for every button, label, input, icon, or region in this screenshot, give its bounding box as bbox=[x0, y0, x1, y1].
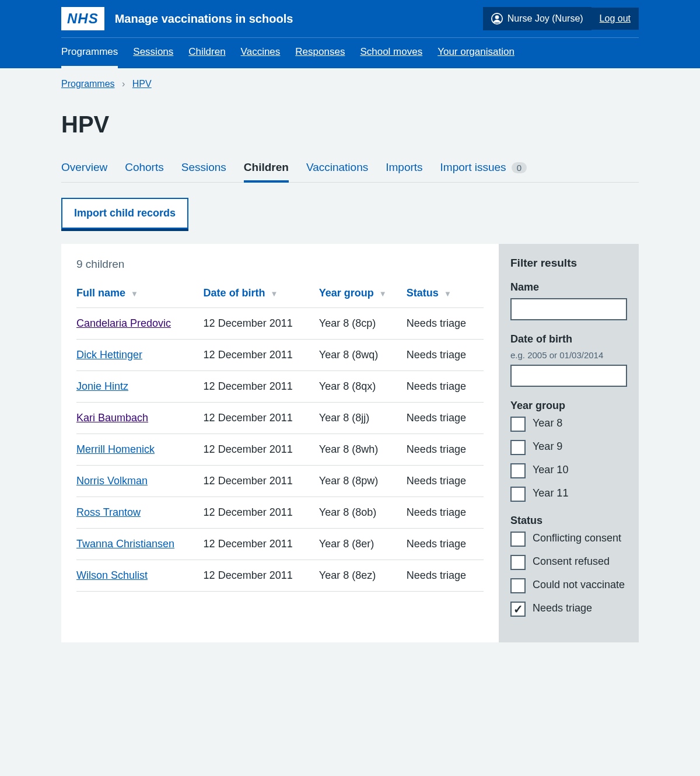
filter-name-input[interactable] bbox=[510, 298, 627, 320]
logout[interactable]: Log out bbox=[592, 8, 639, 30]
nav-item-your-organisation[interactable]: Your organisation bbox=[438, 38, 514, 68]
cell-dob: 12 December 2011 bbox=[204, 371, 319, 403]
cell-year: Year 8 (8ob) bbox=[319, 497, 407, 529]
nav-link[interactable]: Your organisation bbox=[438, 46, 514, 57]
status-checkbox[interactable] bbox=[510, 555, 526, 570]
tab-cohorts[interactable]: Cohorts bbox=[125, 155, 164, 182]
child-link[interactable]: Jonie Hintz bbox=[76, 380, 128, 392]
child-link[interactable]: Candelaria Predovic bbox=[76, 317, 171, 329]
year-group-label: Year 9 bbox=[533, 440, 562, 453]
nav-link[interactable]: Vaccines bbox=[241, 46, 281, 57]
table-row: Merrill Homenick12 December 2011Year 8 (… bbox=[76, 434, 484, 466]
nav-link[interactable]: Children bbox=[188, 46, 225, 57]
user-icon bbox=[491, 13, 503, 25]
child-link[interactable]: Wilson Schulist bbox=[76, 569, 148, 581]
year-group-checkbox[interactable] bbox=[510, 463, 526, 478]
status-checkbox[interactable] bbox=[510, 532, 526, 547]
page-title: HPV bbox=[61, 111, 639, 138]
tab-imports[interactable]: Imports bbox=[386, 155, 422, 182]
filter-title: Filter results bbox=[510, 257, 627, 270]
nav-item-school-moves[interactable]: School moves bbox=[360, 38, 422, 68]
child-link[interactable]: Ross Trantow bbox=[76, 506, 141, 518]
tab-sessions[interactable]: Sessions bbox=[181, 155, 226, 182]
cell-dob: 12 December 2011 bbox=[204, 403, 319, 434]
cell-status: Needs triage bbox=[407, 529, 484, 560]
nav-link[interactable]: School moves bbox=[360, 46, 422, 57]
tab-vaccinations[interactable]: Vaccinations bbox=[306, 155, 368, 182]
tab-overview[interactable]: Overview bbox=[61, 155, 107, 182]
cell-year: Year 8 (8pw) bbox=[319, 466, 407, 497]
filter-dob-input[interactable] bbox=[510, 365, 627, 387]
cell-status: Needs triage bbox=[407, 434, 484, 466]
cell-status: Needs triage bbox=[407, 497, 484, 529]
nhs-logo[interactable]: NHS bbox=[61, 7, 104, 30]
cell-year: Year 8 (8ez) bbox=[319, 560, 407, 592]
column-year-group[interactable]: Year group ▼ bbox=[319, 281, 407, 308]
status-label: Could not vaccinate bbox=[533, 578, 625, 591]
status-checkbox[interactable] bbox=[510, 602, 526, 617]
children-table: Full name ▼Date of birth ▼Year group ▼St… bbox=[76, 281, 484, 592]
filter-year-group-label: Year group bbox=[510, 400, 627, 412]
cell-dob: 12 December 2011 bbox=[204, 497, 319, 529]
nav-link[interactable]: Programmes bbox=[61, 46, 118, 57]
table-row: Candelaria Predovic12 December 2011Year … bbox=[76, 308, 484, 340]
child-link[interactable]: Dick Hettinger bbox=[76, 349, 142, 361]
nav-item-responses[interactable]: Responses bbox=[295, 38, 345, 68]
nav-link[interactable]: Sessions bbox=[133, 46, 173, 57]
tab-children[interactable]: Children bbox=[244, 155, 289, 183]
column-date-of-birth[interactable]: Date of birth ▼ bbox=[204, 281, 319, 308]
year-group-checkbox[interactable] bbox=[510, 487, 526, 502]
status-label: Consent refused bbox=[533, 555, 610, 568]
results-panel: 9 children Full name ▼Date of birth ▼Yea… bbox=[61, 244, 499, 642]
status-option[interactable]: Needs triage bbox=[510, 602, 627, 617]
year-group-option[interactable]: Year 10 bbox=[510, 463, 627, 478]
user-badge: Nurse Joy (Nurse) bbox=[483, 7, 592, 30]
status-option[interactable]: Could not vaccinate bbox=[510, 578, 627, 593]
status-option[interactable]: Consent refused bbox=[510, 555, 627, 570]
tab-import-issues[interactable]: Import issues 0 bbox=[440, 155, 527, 182]
year-group-option[interactable]: Year 9 bbox=[510, 440, 627, 455]
cell-status: Needs triage bbox=[407, 308, 484, 340]
column-status[interactable]: Status ▼ bbox=[407, 281, 484, 308]
child-link[interactable]: Twanna Christiansen bbox=[76, 538, 174, 550]
cell-dob: 12 December 2011 bbox=[204, 560, 319, 592]
filter-dob-label: Date of birth bbox=[510, 333, 627, 345]
child-link[interactable]: Kari Baumbach bbox=[76, 412, 148, 424]
breadcrumb: Programmes › HPV bbox=[61, 68, 639, 100]
status-option[interactable]: Conflicting consent bbox=[510, 532, 627, 547]
status-label: Conflicting consent bbox=[533, 532, 621, 544]
child-link[interactable]: Merrill Homenick bbox=[76, 443, 155, 455]
year-group-checkbox[interactable] bbox=[510, 417, 526, 432]
nav-item-vaccines[interactable]: Vaccines bbox=[241, 38, 281, 68]
year-group-option[interactable]: Year 11 bbox=[510, 487, 627, 502]
cell-year: Year 8 (8qx) bbox=[319, 371, 407, 403]
cell-year: Year 8 (8jj) bbox=[319, 403, 407, 434]
cell-status: Needs triage bbox=[407, 560, 484, 592]
child-link[interactable]: Norris Volkman bbox=[76, 475, 148, 487]
table-row: Norris Volkman12 December 2011Year 8 (8p… bbox=[76, 466, 484, 497]
nav-link[interactable]: Responses bbox=[295, 46, 345, 57]
import-child-records-button[interactable]: Import child records bbox=[61, 198, 188, 229]
nav-item-sessions[interactable]: Sessions bbox=[133, 38, 173, 68]
breadcrumb-programmes[interactable]: Programmes bbox=[61, 79, 115, 89]
filter-status-label: Status bbox=[510, 515, 627, 527]
table-row: Dick Hettinger12 December 2011Year 8 (8w… bbox=[76, 340, 484, 371]
badge: 0 bbox=[512, 162, 527, 173]
status-checkbox[interactable] bbox=[510, 578, 526, 593]
year-group-label: Year 11 bbox=[533, 487, 568, 499]
cell-status: Needs triage bbox=[407, 403, 484, 434]
header: NHS Manage vaccinations in schools Nurse… bbox=[0, 0, 700, 68]
nav-item-programmes[interactable]: Programmes bbox=[61, 38, 118, 68]
table-row: Twanna Christiansen12 December 2011Year … bbox=[76, 529, 484, 560]
breadcrumb-hpv[interactable]: HPV bbox=[132, 79, 152, 89]
column-full-name[interactable]: Full name ▼ bbox=[76, 281, 204, 308]
filter-dob-hint: e.g. 2005 or 01/03/2014 bbox=[510, 350, 627, 360]
year-group-label: Year 8 bbox=[533, 417, 562, 429]
nav-item-children[interactable]: Children bbox=[188, 38, 225, 68]
cell-dob: 12 December 2011 bbox=[204, 434, 319, 466]
year-group-option[interactable]: Year 8 bbox=[510, 417, 627, 432]
logout-link[interactable]: Log out bbox=[600, 13, 631, 23]
year-group-checkbox[interactable] bbox=[510, 440, 526, 455]
cell-dob: 12 December 2011 bbox=[204, 308, 319, 340]
cell-status: Needs triage bbox=[407, 466, 484, 497]
